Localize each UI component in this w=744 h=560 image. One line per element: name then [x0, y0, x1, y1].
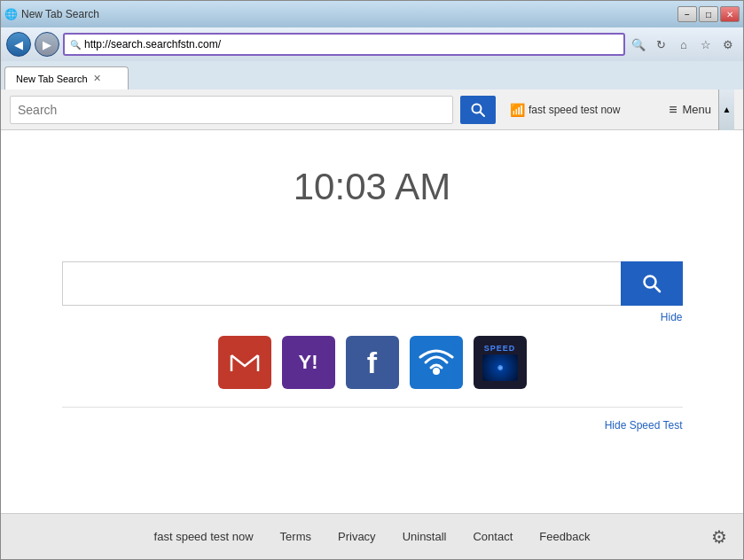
gmail-quicklink[interactable] [218, 336, 271, 389]
main-search-button[interactable] [621, 261, 683, 306]
wifi-icon [417, 343, 456, 382]
maximize-button[interactable]: □ [699, 6, 718, 22]
search-icon [470, 102, 486, 118]
main-search-input[interactable] [62, 261, 621, 306]
browser-window: 🌐 New Tab Search − □ ✕ ◀ ▶ 🔍 🔍 ↻ ⌂ ☆ ⚙ N… [0, 0, 744, 560]
footer-link-terms[interactable]: Terms [280, 530, 311, 543]
menu-label: Menu [682, 103, 711, 116]
bookmark-button[interactable]: ☆ [696, 35, 716, 54]
svg-line-3 [654, 286, 660, 292]
address-lock-icon: 🔍 [70, 40, 81, 50]
speedtest-link[interactable]: 📶 fast speed test now [510, 103, 620, 117]
main-search-wrap [62, 261, 683, 306]
speedtest-label: fast speed test now [529, 104, 620, 116]
window-title: New Tab Search [21, 8, 99, 20]
footer-link-feedback[interactable]: Feedback [539, 530, 590, 543]
speed-visual: ◉ [482, 354, 518, 381]
facebook-label: f [367, 346, 377, 380]
home-button[interactable]: ⌂ [674, 35, 693, 54]
wifi-quicklink[interactable] [410, 336, 463, 389]
toolbar-search-button[interactable] [460, 96, 496, 124]
nav-right-buttons: 🔍 ↻ [629, 35, 670, 54]
minimize-button[interactable]: − [677, 6, 697, 22]
speedtest-icon: 📶 [510, 103, 525, 117]
hide-speed-section: Hide Speed Test [62, 407, 683, 432]
menu-button[interactable]: ≡ Menu [669, 102, 711, 118]
tab-favicon: 🌐 [4, 8, 18, 20]
footer: fast speed test now Terms Privacy Uninst… [1, 513, 743, 559]
close-button[interactable]: ✕ [720, 6, 740, 22]
address-bar[interactable]: 🔍 [63, 33, 625, 56]
footer-link-contact[interactable]: Contact [473, 530, 513, 543]
forward-button[interactable]: ▶ [35, 32, 59, 57]
tabbar: New Tab Search ✕ [1, 61, 743, 89]
main-content: 10:03 AM Hide [1, 130, 743, 513]
svg-rect-4 [229, 350, 261, 375]
footer-link-privacy[interactable]: Privacy [338, 530, 376, 543]
footer-link-fast-speed[interactable]: fast speed test now [154, 530, 254, 543]
settings-button[interactable]: ⚙ [718, 35, 738, 54]
footer-gear-button[interactable]: ⚙ [708, 525, 731, 548]
back-button[interactable]: ◀ [6, 32, 31, 57]
address-input[interactable] [84, 38, 618, 51]
toolbar-search-wrap [10, 96, 453, 124]
gmail-icon [229, 350, 261, 375]
footer-link-uninstall[interactable]: Uninstall [403, 530, 447, 543]
browser-buttons: ⌂ ☆ ⚙ [674, 35, 738, 54]
titlebar: 🌐 New Tab Search − □ ✕ [1, 1, 743, 27]
toolbar-search-input[interactable] [11, 103, 452, 117]
window-controls: − □ ✕ [677, 6, 740, 22]
yahoo-label: Y! [299, 351, 318, 374]
toolbar-searchbar: 📶 fast speed test now ≡ Menu ▲ [1, 89, 743, 130]
tab-close-button[interactable]: ✕ [93, 73, 101, 84]
main-search-icon [641, 273, 662, 294]
time-display: 10:03 AM [294, 166, 450, 208]
quicklinks: Y! f SPEED ◉ [62, 336, 683, 389]
scroll-up-button[interactable]: ▲ [718, 89, 734, 130]
svg-point-7 [433, 368, 440, 375]
tab-label: New Tab Search [16, 74, 88, 84]
search-section: Hide [62, 261, 683, 323]
active-tab[interactable]: New Tab Search ✕ [4, 66, 129, 89]
titlebar-left: 🌐 New Tab Search [4, 8, 99, 20]
speed-quicklink[interactable]: SPEED ◉ [474, 336, 527, 389]
hamburger-icon: ≡ [669, 102, 677, 118]
facebook-quicklink[interactable]: f [346, 336, 399, 389]
navbar: ◀ ▶ 🔍 🔍 ↻ ⌂ ☆ ⚙ [1, 27, 743, 61]
speed-label: SPEED [484, 344, 516, 354]
refresh-button[interactable]: ↻ [651, 35, 670, 54]
search-nav-icon[interactable]: 🔍 [629, 35, 648, 54]
yahoo-quicklink[interactable]: Y! [282, 336, 335, 389]
hide-speed-link[interactable]: Hide Speed Test [605, 419, 683, 432]
hide-link[interactable]: Hide [661, 311, 683, 323]
svg-line-1 [481, 112, 485, 116]
